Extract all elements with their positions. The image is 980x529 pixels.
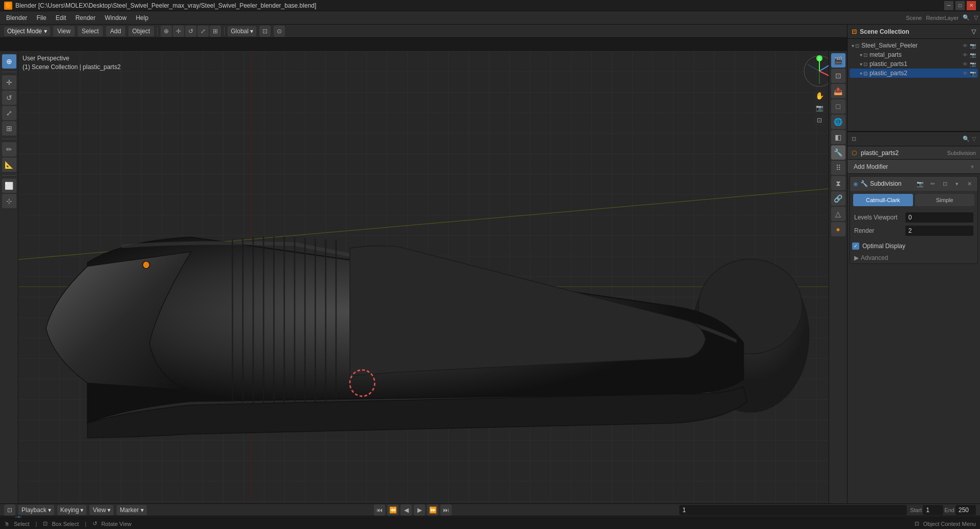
cursor-tool[interactable]: ⊕ xyxy=(2,54,16,69)
viewport[interactable]: User Perspective (1) Scene Collection | … xyxy=(18,51,847,503)
optimal-display-checkbox[interactable]: ✓ xyxy=(852,243,859,250)
props-view-layer-btn[interactable]: □ xyxy=(831,99,845,114)
view-dropdown[interactable]: View ▾ xyxy=(90,505,114,515)
add-modifier-button[interactable]: Add Modifier ▾ xyxy=(848,160,980,174)
obj-name-label[interactable]: plastic_parts2 xyxy=(861,149,943,157)
catmull-clark-button[interactable]: Catmull-Clark xyxy=(853,194,913,206)
scene-lock-btn[interactable]: ⊡ xyxy=(814,115,825,126)
scene-collection-filter[interactable]: ▽ xyxy=(971,28,976,35)
modifier-render-icon[interactable]: ⊡ xyxy=(940,179,950,189)
modifier-close-icon[interactable]: ✕ xyxy=(964,179,974,189)
filter-icon[interactable]: ▽ xyxy=(974,14,978,21)
add-menu[interactable]: Add xyxy=(106,26,125,36)
tree-plastic1-label: plastic_parts1 xyxy=(870,60,907,68)
props-physics-btn[interactable]: ⧗ xyxy=(831,176,845,190)
menu-help[interactable]: Help xyxy=(131,13,152,23)
scale-tool[interactable]: ⤢ xyxy=(2,106,16,120)
menu-bar: Blender File Edit Render Window Help Sce… xyxy=(0,11,980,25)
props-modifier-btn[interactable]: 🔧 xyxy=(831,145,845,160)
object-menu[interactable]: Object xyxy=(128,26,154,36)
svg-text:Z: Z xyxy=(818,57,821,60)
jump-end-btn[interactable]: ⏭ xyxy=(440,504,452,516)
simple-button[interactable]: Simple xyxy=(915,194,975,206)
scale-btn[interactable]: ⤢ xyxy=(197,26,209,37)
search-icon[interactable]: 🔍 xyxy=(963,14,970,21)
scene-selector[interactable]: Scene xyxy=(906,15,922,21)
menu-render[interactable]: Render xyxy=(71,13,99,23)
props-output-btn[interactable]: 📤 xyxy=(831,84,845,98)
window-controls[interactable]: ─ □ ✕ xyxy=(944,1,976,10)
rotate-btn[interactable]: ↺ xyxy=(185,26,196,37)
jump-start-btn[interactable]: ⏮ xyxy=(374,504,385,516)
tree-root[interactable]: ▾ ⊡ Steel_Swivel_Peeler 👁 📷 xyxy=(850,41,978,50)
start-frame[interactable]: 1 xyxy=(923,505,943,515)
modifier-camera-icon[interactable]: 📷 xyxy=(915,179,925,189)
annotate-tool[interactable]: ✏ xyxy=(2,142,16,157)
advanced-button[interactable]: ▶ Advanced xyxy=(850,252,977,263)
tree-plastic2-arrow: ▾ xyxy=(860,71,862,76)
rotate-tool[interactable]: ↺ xyxy=(2,91,16,105)
keying-dropdown[interactable]: Keying ▾ xyxy=(57,505,87,515)
modifier-edit-icon[interactable]: ✏ xyxy=(927,179,938,189)
play-btn[interactable]: ▶ xyxy=(414,504,425,516)
tree-plastic2-eye[interactable]: 👁 xyxy=(963,71,968,76)
transform-btn[interactable]: ⊞ xyxy=(210,26,221,37)
levels-viewport-label: Levels Viewport xyxy=(854,214,905,221)
camera-view-btn[interactable]: 📷 xyxy=(814,102,825,114)
end-frame[interactable]: 250 xyxy=(955,505,976,515)
app-icon: 🟠 xyxy=(4,2,12,10)
props-object-btn[interactable]: ◧ xyxy=(831,130,845,144)
tree-metal-camera[interactable]: 📷 xyxy=(970,52,976,58)
props-filter-icon[interactable]: ▽ xyxy=(972,136,976,142)
render-value[interactable]: 2 xyxy=(905,226,973,236)
tree-plastic2-camera[interactable]: 📷 xyxy=(970,71,976,76)
current-frame-display[interactable]: 1 xyxy=(679,505,907,515)
snap-icon[interactable]: ⊡ xyxy=(259,26,271,37)
tree-metal-eye[interactable]: 👁 xyxy=(963,52,968,58)
tree-item-plastic-parts2[interactable]: ▾ ⊡ plastic_parts2 👁 📷 xyxy=(850,69,978,78)
close-button[interactable]: ✕ xyxy=(967,1,976,10)
transform-tool[interactable]: ⊞ xyxy=(2,121,16,136)
move-btn[interactable]: ✛ xyxy=(173,26,184,37)
zoom-in-btn[interactable]: ✋ xyxy=(814,90,825,101)
measure-tool[interactable]: 📐 xyxy=(2,158,16,172)
minimize-button[interactable]: ─ xyxy=(944,1,953,10)
global-dropdown[interactable]: Global ▾ xyxy=(228,26,256,36)
add-cube-tool[interactable]: ⬜ xyxy=(2,179,16,193)
playback-dropdown[interactable]: Playback ▾ xyxy=(18,505,54,515)
mode-selector[interactable]: Object Mode ▾ xyxy=(4,27,50,36)
modifier-enable-icon[interactable]: ◉ xyxy=(853,181,858,187)
select-menu[interactable]: Select xyxy=(78,26,103,36)
menu-file[interactable]: File xyxy=(32,13,50,23)
props-scene-btn[interactable]: 🎬 xyxy=(831,53,845,68)
menu-window[interactable]: Window xyxy=(101,13,131,23)
view-menu[interactable]: View xyxy=(53,26,75,36)
props-world-btn[interactable]: 🌐 xyxy=(831,115,845,129)
next-keyframe-btn[interactable]: ⏩ xyxy=(427,504,438,516)
proportional-edit-icon[interactable]: ⊙ xyxy=(274,26,285,37)
play-reverse-btn[interactable]: ◀ xyxy=(400,504,412,516)
props-constraints-btn[interactable]: 🔗 xyxy=(831,191,845,206)
marker-dropdown[interactable]: Marker ▾ xyxy=(117,505,146,515)
extra-tool[interactable]: ⊹ xyxy=(2,194,16,208)
tree-item-plastic-parts1[interactable]: ▾ ⊡ plastic_parts1 👁 📷 xyxy=(850,59,978,69)
props-particles-btn[interactable]: ⠿ xyxy=(831,161,845,175)
maximize-button[interactable]: □ xyxy=(955,1,965,10)
tree-root-camera[interactable]: 📷 xyxy=(970,43,976,49)
menu-edit[interactable]: Edit xyxy=(52,13,71,23)
renderlayer-selector[interactable]: RenderLayer xyxy=(926,15,959,21)
move-tool[interactable]: ✛ xyxy=(2,75,16,90)
tree-plastic1-camera[interactable]: 📷 xyxy=(970,61,976,67)
levels-viewport-value[interactable]: 0 xyxy=(905,212,973,223)
tree-plastic1-eye[interactable]: 👁 xyxy=(963,61,968,67)
tree-root-eye[interactable]: 👁 xyxy=(963,43,968,49)
props-data-btn[interactable]: △ xyxy=(831,207,845,221)
props-search-icon[interactable]: 🔍 xyxy=(963,136,970,142)
cursor-mode-btn[interactable]: ⊕ xyxy=(161,26,172,37)
props-material-btn[interactable]: ● xyxy=(831,222,845,236)
tree-item-metal-parts[interactable]: ▾ ⊡ metal_parts 👁 📷 xyxy=(850,50,978,59)
modifier-expand-icon[interactable]: ▾ xyxy=(952,179,962,189)
prev-keyframe-btn[interactable]: ⏪ xyxy=(387,504,398,516)
menu-blender[interactable]: Blender xyxy=(2,13,31,23)
props-renderlayer-btn[interactable]: ⊡ xyxy=(831,69,845,83)
